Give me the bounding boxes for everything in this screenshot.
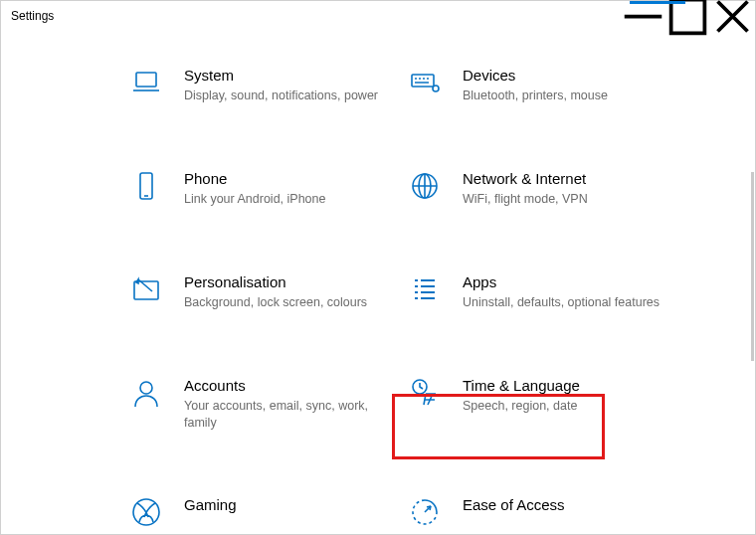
ease-of-access-icon xyxy=(409,496,441,531)
category-apps[interactable]: Apps Uninstall, defaults, optional featu… xyxy=(407,268,685,317)
svg-rect-1 xyxy=(136,73,156,87)
category-title: Devices xyxy=(463,67,667,85)
category-title: Network & Internet xyxy=(463,170,667,188)
category-subtitle: Display, sound, notifications, power xyxy=(184,88,389,104)
category-system[interactable]: System Display, sound, notifications, po… xyxy=(128,61,407,110)
keyboard-icon xyxy=(409,67,441,101)
titlebar: Settings xyxy=(1,1,755,31)
minimize-button[interactable] xyxy=(621,1,665,31)
settings-window: Settings System Di xyxy=(0,0,756,535)
laptop-icon xyxy=(130,67,162,101)
category-personalisation[interactable]: Personalisation Background, lock screen,… xyxy=(128,268,407,317)
window-title: Settings xyxy=(11,9,54,23)
phone-icon xyxy=(130,170,162,205)
accent-strip xyxy=(630,1,685,4)
category-subtitle: Link your Android, iPhone xyxy=(184,191,389,208)
minimize-icon xyxy=(621,0,665,39)
category-title: Personalisation xyxy=(184,273,389,291)
maximize-button[interactable] xyxy=(665,1,710,31)
category-subtitle: Speech, region, date xyxy=(463,398,667,415)
list-icon xyxy=(409,273,441,308)
category-title: Phone xyxy=(184,170,389,188)
maximize-icon xyxy=(665,0,710,39)
close-button[interactable] xyxy=(710,1,755,31)
svg-rect-2 xyxy=(412,75,434,87)
category-ease-of-access[interactable]: Ease of Access xyxy=(407,490,685,534)
category-subtitle: Background, lock screen, colours xyxy=(184,294,389,311)
category-devices[interactable]: Devices Bluetooth, printers, mouse xyxy=(407,61,685,110)
category-network[interactable]: Network & Internet WiFi, flight mode, VP… xyxy=(407,164,685,214)
time-language-icon xyxy=(409,377,441,412)
category-time-language[interactable]: Time & Language Speech, region, date xyxy=(407,371,685,438)
category-subtitle: Uninstall, defaults, optional features xyxy=(463,294,667,311)
svg-point-3 xyxy=(433,86,439,91)
svg-rect-7 xyxy=(134,281,158,299)
category-title: Accounts xyxy=(184,377,389,395)
person-icon xyxy=(130,377,162,412)
category-gaming[interactable]: Gaming xyxy=(128,490,407,534)
svg-rect-0 xyxy=(671,0,705,33)
xbox-icon xyxy=(130,496,162,531)
svg-point-8 xyxy=(140,382,152,394)
category-subtitle: Bluetooth, printers, mouse xyxy=(463,88,667,104)
category-title: System xyxy=(184,67,389,85)
category-phone[interactable]: Phone Link your Android, iPhone xyxy=(128,164,407,214)
category-accounts[interactable]: Accounts Your accounts, email, sync, wor… xyxy=(128,371,407,438)
category-title: Gaming xyxy=(184,496,389,514)
globe-icon xyxy=(409,170,441,205)
category-title: Ease of Access xyxy=(463,496,667,514)
close-icon xyxy=(710,0,755,39)
category-title: Time & Language xyxy=(463,377,667,395)
settings-grid: System Display, sound, notifications, po… xyxy=(128,61,755,534)
category-subtitle: WiFi, flight mode, VPN xyxy=(463,191,667,208)
category-subtitle: Your accounts, email, sync, work, family xyxy=(184,398,389,432)
svg-rect-4 xyxy=(140,173,152,199)
category-title: Apps xyxy=(463,273,667,291)
paintbrush-icon xyxy=(130,273,162,308)
settings-content: System Display, sound, notifications, po… xyxy=(1,61,755,534)
